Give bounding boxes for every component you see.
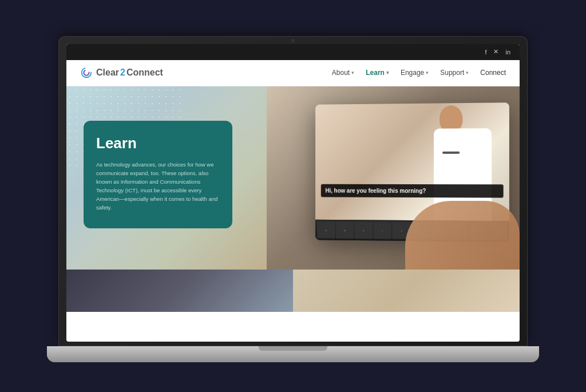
nav-learn-chevron: ▾	[386, 70, 389, 76]
screen-frame: f ✕ in Clear2Connect About ▾	[58, 36, 528, 346]
video-caption: Hi, how are you feeling this morning?	[321, 184, 504, 197]
nav-links: About ▾ Learn ▾ Engage ▾ Support ▾	[332, 69, 506, 77]
nav-learn[interactable]: Learn ▾	[366, 69, 389, 77]
nav-learn-label: Learn	[366, 69, 385, 77]
logo-text-connect: Connect	[126, 68, 163, 78]
svg-point-0	[82, 68, 92, 78]
navbar: Clear2Connect About ▾ Learn ▾ Engage ▾	[66, 60, 520, 86]
nav-about-label: About	[332, 69, 350, 77]
stethoscope	[442, 151, 460, 153]
learn-title: Learn	[96, 134, 220, 152]
logo-icon	[80, 66, 93, 79]
screen-content: f ✕ in Clear2Connect About ▾	[66, 44, 520, 342]
nav-about-chevron: ▾	[351, 70, 354, 76]
laptop-mockup: f ✕ in Clear2Connect About ▾	[58, 30, 528, 362]
key: w	[336, 221, 354, 238]
nav-support-label: Support	[440, 69, 464, 77]
nav-support-chevron: ▾	[466, 70, 469, 76]
caption-text: Hi, how are you feeling this morning?	[326, 187, 426, 193]
nav-engage[interactable]: Engage ▾	[401, 69, 429, 77]
user-hands	[405, 201, 520, 270]
learn-card: Learn As technology advances, our choice…	[84, 121, 232, 228]
laptop-base	[47, 346, 539, 362]
learn-body: As technology advances, our choices for …	[96, 160, 220, 212]
nav-support[interactable]: Support ▾	[440, 69, 469, 77]
webcam	[291, 39, 295, 42]
logo-text-clear: Clear	[96, 68, 119, 78]
facebook-icon[interactable]: f	[485, 49, 486, 56]
thumbnail-left[interactable]	[66, 270, 293, 312]
top-bar: f ✕ in	[66, 44, 520, 60]
nav-engage-chevron: ▾	[426, 70, 429, 76]
key: e	[354, 221, 373, 239]
svg-point-1	[84, 70, 89, 75]
nav-engage-label: Engage	[401, 69, 424, 77]
twitter-x-icon[interactable]: ✕	[493, 48, 498, 56]
thumbnail-right[interactable]	[293, 270, 520, 312]
nav-connect-label: Connect	[480, 69, 506, 77]
key: r	[373, 221, 391, 239]
key: q	[317, 221, 335, 238]
logo-text-two: 2	[120, 68, 125, 78]
nav-about[interactable]: About ▾	[332, 69, 354, 77]
linkedin-icon[interactable]: in	[505, 49, 510, 56]
site-logo[interactable]: Clear2Connect	[80, 66, 163, 79]
hero-section: Hi, how are you feeling this morning? q …	[66, 86, 520, 270]
nav-connect[interactable]: Connect	[480, 69, 506, 77]
doctor-head	[440, 105, 462, 132]
bottom-thumbnails	[66, 270, 520, 312]
